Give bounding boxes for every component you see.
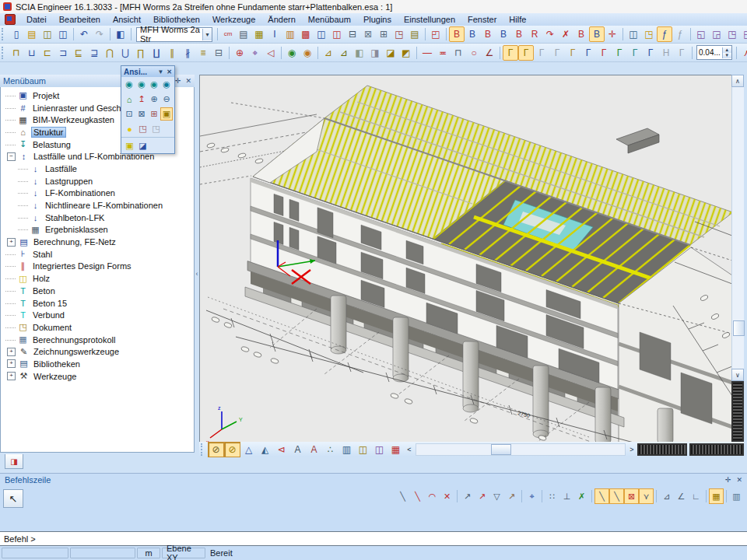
menu-hilfe[interactable]: Hilfe: [503, 14, 532, 25]
rib-icon[interactable]: ◪: [383, 45, 398, 61]
tree-item-nichtlineare-lf-kombinationen[interactable]: ↓Nichtlineare LF-Kombinationen: [1, 199, 194, 212]
node-icon[interactable]: ○: [466, 45, 482, 61]
vertical-scroll-thumb[interactable]: [733, 320, 745, 336]
fem-display-9-icon[interactable]: Γ: [627, 45, 643, 61]
connection-6-icon[interactable]: ∐: [149, 45, 164, 61]
snap-tangent-icon[interactable]: ∠: [674, 488, 689, 504]
clipping-icon[interactable]: ⊲: [273, 442, 289, 457]
close-icon[interactable]: ✕: [185, 77, 191, 85]
fem-display-4-icon[interactable]: Γ: [549, 45, 565, 61]
slab-icon[interactable]: ◧: [352, 45, 367, 61]
view-saved-icon[interactable]: ◫: [371, 442, 388, 457]
scroll-right-icon[interactable]: >: [626, 446, 637, 453]
frame-icon[interactable]: ⊓: [451, 45, 466, 61]
print-view-icon[interactable]: ◳: [136, 122, 149, 135]
menu-bearbeiten[interactable]: Bearbeiten: [53, 14, 107, 25]
perspective-icon[interactable]: ◪: [136, 139, 149, 152]
expand-icon[interactable]: +: [7, 372, 16, 380]
clipboard-view-icon[interactable]: ▣: [123, 139, 136, 152]
redo-icon[interactable]: ↷: [92, 26, 107, 42]
snap-segment-icon[interactable]: ↗: [504, 488, 519, 504]
save-all-icon[interactable]: ◫: [40, 26, 55, 42]
labels-on-icon[interactable]: A: [289, 442, 306, 457]
scroll-left-icon[interactable]: <: [404, 446, 415, 453]
pointer-tool-button[interactable]: ↖: [3, 489, 23, 508]
window-new-icon[interactable]: ◳: [724, 26, 740, 42]
recalculate-icon[interactable]: ↷: [542, 26, 558, 42]
menu-fenster[interactable]: Fenster: [461, 14, 503, 25]
tree-item-stahlbeton-lfk[interactable]: ↓Stahlbeton-LFK: [1, 212, 194, 224]
close-icon[interactable]: ✕: [167, 68, 172, 75]
rigid-icon[interactable]: ⊐: [55, 45, 71, 61]
spin-up-icon[interactable]: ▲: [723, 47, 731, 53]
tree-item-berechnungsprotokoll[interactable]: ▦Berechnungsprotokoll: [1, 334, 194, 346]
wall-icon[interactable]: ◨: [367, 45, 383, 61]
equal-icon[interactable]: ≡: [195, 45, 211, 61]
visibility-on-icon[interactable]: ◉: [284, 45, 300, 61]
print-icon[interactable]: ⊟: [345, 26, 360, 42]
angle-icon[interactable]: ∠: [482, 45, 497, 61]
grid-ortho-icon[interactable]: ⊥: [559, 488, 574, 504]
snap-plane-icon[interactable]: ▽: [489, 488, 504, 504]
menu-datei[interactable]: Datei: [20, 14, 53, 25]
snap-perpendicular-icon[interactable]: ∟: [689, 488, 703, 504]
units-cm-icon[interactable]: cm: [220, 26, 236, 42]
scroll-up-icon[interactable]: ∧: [731, 75, 744, 87]
copy-view-icon[interactable]: ◳: [149, 122, 163, 135]
collapse-icon[interactable]: −: [7, 152, 16, 161]
save-view-icon[interactable]: ◫: [626, 26, 641, 42]
fem-display-11-icon[interactable]: H: [658, 45, 674, 61]
result-classes-icon[interactable]: B: [511, 26, 527, 42]
vertical-scrollbar[interactable]: ∧ ∨: [731, 75, 744, 442]
menu-werkzeuge[interactable]: Werkzeuge: [206, 14, 261, 25]
fem-display-6-icon[interactable]: Γ: [580, 45, 596, 61]
menu-ansicht[interactable]: Ansicht: [107, 14, 147, 25]
save-icon[interactable]: ◫: [55, 26, 71, 42]
menu-bibliotheken[interactable]: Bibliotheken: [147, 14, 206, 25]
ucs-move-icon[interactable]: ↥: [135, 93, 148, 106]
view-palette-titlebar[interactable]: Ansi... ▼ ✕: [121, 66, 174, 77]
connection-3-icon[interactable]: ⋂: [102, 45, 117, 61]
connection-1-icon[interactable]: ⊑: [71, 45, 86, 61]
document-logo-icon[interactable]: [5, 14, 16, 25]
horizontal-scroll-thumb[interactable]: [491, 444, 511, 455]
print-preview-icon[interactable]: ⊠: [360, 26, 376, 42]
nonlinear-combinations-icon[interactable]: B: [496, 26, 511, 42]
calculator-icon[interactable]: ⊞: [376, 26, 391, 42]
menu-plugins[interactable]: Plugins: [357, 14, 398, 25]
deselect-icon[interactable]: ◁: [263, 45, 279, 61]
command-input[interactable]: Befehl >: [0, 531, 747, 546]
snap-dir-2-icon[interactable]: ↗: [475, 488, 489, 504]
plate-icon[interactable]: ◩: [398, 45, 414, 61]
close-icon[interactable]: ✕: [736, 476, 742, 484]
engineering-report-icon[interactable]: ◰: [428, 26, 444, 42]
fem-display-3-icon[interactable]: Γ: [534, 45, 549, 61]
vertical-scroll-track[interactable]: [731, 87, 744, 369]
snap-endpoint-icon[interactable]: ╲: [594, 488, 609, 504]
fem-display-7-icon[interactable]: Γ: [596, 45, 612, 61]
snap-line-2-icon[interactable]: ╲: [410, 488, 425, 504]
scale-factor-input[interactable]: 0.04...▲▼: [696, 45, 732, 60]
section-view-icon[interactable]: ◭: [257, 442, 273, 457]
zoom-all-icon[interactable]: ⊠: [135, 107, 148, 121]
tree-item-lastgruppen[interactable]: ↓Lastgruppen: [1, 175, 194, 187]
material-library-icon[interactable]: ▦: [251, 26, 267, 42]
view-axo-3-icon[interactable]: ◉: [148, 78, 160, 91]
fem-display-8-icon[interactable]: Γ: [612, 45, 627, 61]
not-parallel-icon[interactable]: ∦: [180, 45, 195, 61]
project-combo[interactable]: MFH Worms 2a Str▾: [136, 27, 212, 42]
render-mode-icon[interactable]: ▥: [338, 442, 355, 457]
grid-points-icon[interactable]: ∷: [545, 488, 559, 504]
expand-icon[interactable]: +: [7, 238, 16, 247]
snap-midpoint-icon[interactable]: ╲: [609, 488, 624, 504]
snap-calc-icon[interactable]: ▥: [729, 488, 744, 504]
chevron-down-icon[interactable]: ▾: [202, 29, 212, 40]
load-groups-icon[interactable]: B: [465, 26, 480, 42]
tree-item-werkzeuge[interactable]: +⚒Werkzeuge: [1, 370, 194, 383]
tree-item-stahl[interactable]: ⊦Stahl: [1, 248, 194, 261]
member-column-icon[interactable]: ⊿: [336, 45, 352, 61]
tree-item-dokument[interactable]: ◳Dokument: [1, 321, 194, 334]
window-layout-icon[interactable]: ◧: [113, 26, 128, 42]
document-icon[interactable]: ▤: [407, 26, 423, 42]
fem-display-10-icon[interactable]: Γ: [643, 45, 658, 61]
